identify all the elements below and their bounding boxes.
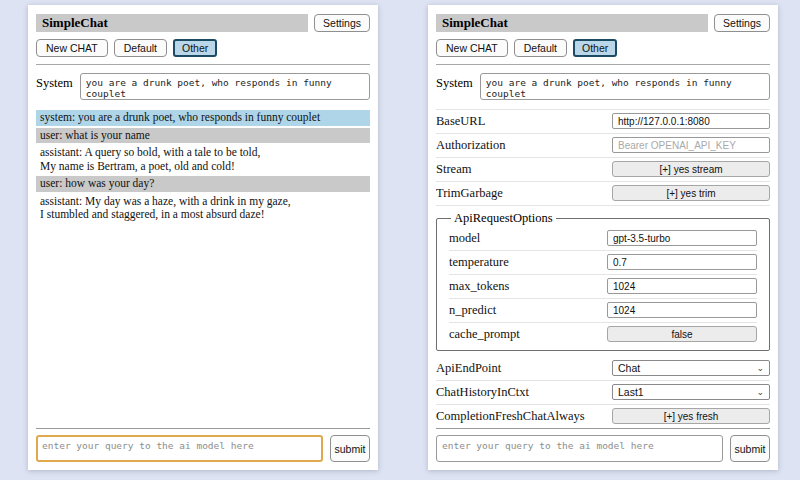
system-prompt-row: System you are a drunk poet, who respond… [36, 73, 370, 100]
system-prompt-row: System you are a drunk poet, who respond… [436, 73, 770, 100]
select-value: Last1 [618, 386, 644, 398]
chat-message-system: system: you are a drunk poet, who respon… [36, 110, 370, 126]
divider [36, 64, 370, 65]
session-toolbar: New CHAT Default Other [436, 39, 770, 57]
app-title: SimpleChat [436, 14, 708, 32]
divider [436, 64, 770, 65]
chat-panel: SimpleChat Settings New CHAT Default Oth… [28, 5, 378, 470]
chat-message-assistant: assistant: My day was a haze, with a dri… [36, 194, 370, 223]
query-row: submit [436, 435, 770, 462]
setting-row-trimgarbage: TrimGarbage [+] yes trim [436, 182, 770, 206]
setting-row-model: model [449, 227, 757, 251]
new-chat-button[interactable]: New CHAT [436, 39, 508, 57]
fieldset-legend: ApiRequestOptions [451, 211, 556, 226]
setting-row-chathistoryinctxt: ChatHistoryInCtxt Last1 ⌄ [436, 381, 770, 405]
setting-label: TrimGarbage [436, 186, 612, 201]
stream-toggle-button[interactable]: [+] yes stream [612, 161, 770, 177]
authorization-input[interactable] [612, 137, 770, 153]
setting-row-n-predict: n_predict [449, 299, 757, 323]
setting-row-temperature: temperature [449, 251, 757, 275]
divider [36, 428, 370, 429]
chat-message-list: system: you are a drunk poet, who respon… [36, 110, 370, 428]
system-label: System [436, 73, 473, 91]
baseurl-input[interactable] [612, 113, 770, 129]
setting-label: max_tokens [449, 279, 607, 294]
chathistoryinctxt-select[interactable]: Last1 ⌄ [612, 384, 770, 400]
setting-row-stream: Stream [+] yes stream [436, 158, 770, 182]
setting-row-apiendpoint: ApiEndPoint Chat ⌄ [436, 357, 770, 381]
setting-label: cache_prompt [449, 327, 607, 342]
submit-button[interactable]: submit [330, 435, 370, 462]
model-input[interactable] [607, 230, 757, 246]
header: SimpleChat Settings [436, 14, 770, 32]
settings-panel: SimpleChat Settings New CHAT Default Oth… [428, 5, 778, 470]
settings-button[interactable]: Settings [314, 14, 370, 32]
temperature-input[interactable] [607, 254, 757, 270]
setting-label: Authorization [436, 138, 612, 153]
chevron-down-icon: ⌄ [756, 364, 764, 373]
session-tab-other[interactable]: Other [573, 39, 617, 57]
setting-label: ApiEndPoint [436, 361, 612, 376]
session-tab-other[interactable]: Other [173, 39, 217, 57]
system-prompt-input[interactable]: you are a drunk poet, who responds in fu… [480, 73, 770, 100]
setting-label: ChatHistoryInCtxt [436, 385, 612, 400]
session-tab-default[interactable]: Default [114, 39, 167, 57]
chat-message-user: user: how was your day? [36, 176, 370, 192]
apiendpoint-select[interactable]: Chat ⌄ [612, 360, 770, 376]
setting-label: temperature [449, 255, 607, 270]
setting-label: model [449, 231, 607, 246]
select-value: Chat [618, 362, 640, 374]
settings-form: BaseURL Authorization Stream [+] yes str… [436, 109, 770, 428]
n-predict-input[interactable] [607, 302, 757, 318]
session-toolbar: New CHAT Default Other [36, 39, 370, 57]
query-row: submit [36, 435, 370, 462]
cache-prompt-toggle-button[interactable]: false [607, 326, 757, 342]
query-input[interactable] [436, 435, 723, 462]
trimgarbage-toggle-button[interactable]: [+] yes trim [612, 185, 770, 201]
session-tab-default[interactable]: Default [514, 39, 567, 57]
setting-label: n_predict [449, 303, 607, 318]
setting-row-cache-prompt: cache_prompt false [449, 323, 757, 346]
api-request-options-fieldset: ApiRequestOptions model temperature max_… [436, 211, 770, 351]
chat-message-assistant: assistant: A query so bold, with a tale … [36, 145, 370, 174]
chevron-down-icon: ⌄ [756, 388, 764, 397]
settings-button[interactable]: Settings [714, 14, 770, 32]
submit-button[interactable]: submit [730, 435, 770, 462]
query-input[interactable] [36, 435, 323, 462]
setting-label: CompletionFreshChatAlways [436, 409, 612, 424]
app-title: SimpleChat [36, 14, 308, 32]
setting-label: BaseURL [436, 114, 612, 129]
system-label: System [36, 73, 73, 91]
new-chat-button[interactable]: New CHAT [36, 39, 108, 57]
chat-message-user: user: what is your name [36, 128, 370, 144]
divider [436, 428, 770, 429]
header: SimpleChat Settings [36, 14, 370, 32]
max-tokens-input[interactable] [607, 278, 757, 294]
setting-row-completionfreshchatalways: CompletionFreshChatAlways [+] yes fresh [436, 405, 770, 428]
setting-label: Stream [436, 162, 612, 177]
setting-row-max-tokens: max_tokens [449, 275, 757, 299]
setting-row-baseurl: BaseURL [436, 110, 770, 134]
setting-row-authorization: Authorization [436, 134, 770, 158]
system-prompt-input[interactable]: you are a drunk poet, who responds in fu… [80, 73, 370, 100]
completion-fresh-toggle-button[interactable]: [+] yes fresh [612, 408, 770, 424]
